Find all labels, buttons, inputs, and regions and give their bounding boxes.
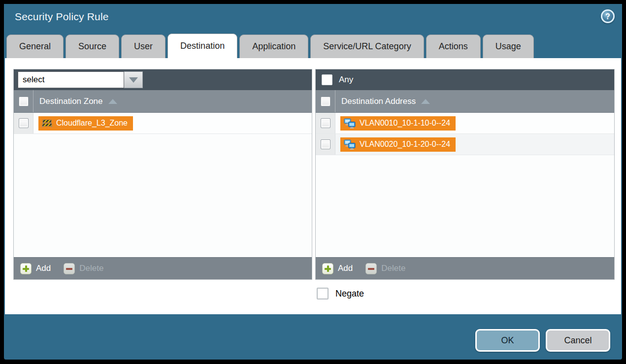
tab-general[interactable]: General [6,34,64,58]
address-column-label: Destination Address [341,97,416,106]
sort-ascending-icon [108,99,117,104]
address-select-all-checkbox[interactable] [321,97,330,106]
negate-checkbox[interactable] [317,288,329,299]
address-panel-toolbar: Any [316,69,614,90]
tab-usage[interactable]: Usage [483,34,534,58]
zone-panel-footer: Add Delete [14,257,312,279]
table-row: VLAN0020_10-1-20-0--24 [316,134,614,155]
tab-service-url-category[interactable]: Service/URL Category [310,34,424,58]
zone-column-label: Destination Zone [39,97,103,106]
any-checkbox[interactable] [322,74,332,85]
help-icon[interactable]: ? [601,9,615,23]
delete-minus-icon [365,263,377,274]
cancel-button[interactable]: Cancel [546,329,610,352]
zone-panel-toolbar: select [14,69,312,90]
address-item-vlan0020[interactable]: VLAN0020_10-1-20-0--24 [340,137,456,152]
zone-table-body: Cloudflare_L3_Zone [14,113,312,257]
negate-label: Negate [335,289,364,299]
delete-minus-icon [64,263,75,274]
dropdown-arrow-icon[interactable] [124,71,143,88]
zone-select-all-checkbox[interactable] [19,97,29,106]
network-address-icon [344,139,356,150]
tab-destination[interactable]: Destination [167,33,237,58]
zone-type-dropdown: select [18,71,143,88]
zone-row-checkbox[interactable] [19,118,29,128]
address-row-checkbox[interactable] [321,118,330,128]
zone-table-header: Destination Zone [14,90,312,113]
address-item-vlan0010[interactable]: VLAN0010_10-1-10-0--24 [340,116,456,131]
add-plus-icon [20,263,32,274]
ok-button[interactable]: OK [475,329,540,352]
zone-barricade-icon [42,119,52,128]
security-policy-rule-dialog: Security Policy Rule ? General Source Us… [4,4,622,360]
address-item-label: VLAN0020_10-1-20-0--24 [360,140,450,149]
table-row: VLAN0010_10-1-10-0--24 [316,113,614,134]
zone-add-button[interactable]: Add [20,263,51,274]
add-plus-icon [322,263,333,274]
address-delete-button[interactable]: Delete [365,263,405,274]
network-address-icon [344,118,356,129]
any-label: Any [339,75,353,85]
zone-column-header[interactable]: Destination Zone [39,97,117,106]
zone-type-dropdown-value[interactable]: select [18,71,124,88]
destination-zone-panel: select Destination Zone [13,69,312,280]
address-table-body: VLAN0010_10-1-10-0--24 [316,113,614,257]
table-row: Cloudflare_L3_Zone [14,113,312,134]
destination-tab-content: select Destination Zone [5,58,621,314]
address-add-button[interactable]: Add [322,263,353,274]
address-table-header: Destination Address [316,90,614,113]
zone-item-cloudflare-l3-zone[interactable]: Cloudflare_L3_Zone [38,116,133,131]
tab-bar: General Source User Destination Applicat… [6,33,534,58]
sort-ascending-icon [421,99,430,104]
tab-source[interactable]: Source [66,34,119,58]
dialog-title: Security Policy Rule [15,11,109,23]
address-panel-footer: Add Delete [316,257,614,279]
address-column-header[interactable]: Destination Address [341,97,430,106]
destination-address-panel: Any Destination Address [315,69,615,280]
address-row-checkbox[interactable] [321,139,330,149]
zone-item-label: Cloudflare_L3_Zone [56,119,128,128]
tab-application[interactable]: Application [239,34,308,58]
address-item-label: VLAN0010_10-1-10-0--24 [360,119,450,128]
tab-user[interactable]: User [121,34,165,58]
zone-delete-button[interactable]: Delete [64,263,103,274]
tab-actions[interactable]: Actions [426,34,481,58]
negate-option: Negate [317,288,364,299]
